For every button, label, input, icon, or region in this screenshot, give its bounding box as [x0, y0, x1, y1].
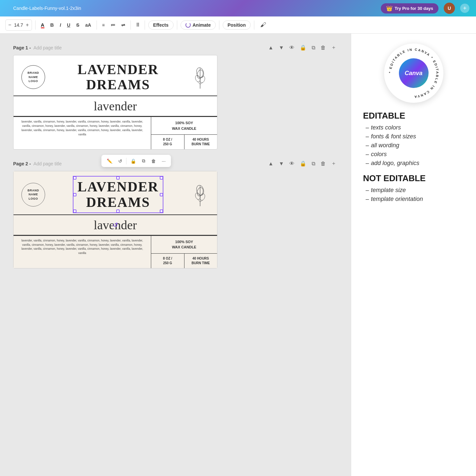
label-1-burn: 40 HOURS BURN TIME — [184, 135, 217, 149]
font-size-increase[interactable]: + — [25, 22, 29, 28]
font-size-value: 14.7 — [13, 22, 24, 28]
page-2-up-btn[interactable]: ▲ — [267, 160, 275, 167]
float-delete-btn[interactable]: 🗑 — [149, 157, 158, 165]
page-2-down-btn[interactable]: ▼ — [277, 160, 285, 167]
align-btn[interactable]: ≡ — [100, 21, 107, 29]
float-rotate-btn[interactable]: ↺ — [116, 157, 124, 165]
editable-section: EDITABLE texts colors fonts & font sizes… — [363, 111, 464, 167]
divider-6 — [219, 20, 219, 30]
indent-btn[interactable]: ⇌ — [119, 21, 127, 29]
top-header: Candle-Labels-Funny-vol.1-2x3in 👑 Try Pr… — [0, 0, 476, 16]
page-2-canvas[interactable]: ✏️ ↺ 🔒 ⧉ 🗑 ··· BRAND NAME LOGO — [13, 171, 217, 268]
label-1-candle-type: 100% SOY WAX CANDLE — [151, 117, 217, 135]
page-1-label: Page 1 - Add page title — [13, 45, 62, 50]
italic-btn[interactable]: I — [58, 21, 63, 29]
position-btn[interactable]: Position — [223, 20, 251, 30]
avatar[interactable]: U — [444, 3, 455, 14]
rotate-indicator: ↺ — [113, 221, 118, 229]
page-1-copy-btn[interactable]: ⧉ — [310, 44, 317, 51]
svg-line-13 — [200, 200, 203, 202]
label-2-oz: 8 OZ / 250 G — [151, 254, 184, 268]
case-btn[interactable]: aA — [83, 21, 93, 29]
page-1-up-btn[interactable]: ▲ — [267, 44, 275, 51]
strikethrough-btn[interactable]: S — [74, 21, 81, 29]
page-2-header: Page 2 - Add page title ▲ ▼ 👁 🔒 ⧉ 🗑 ＋ — [13, 159, 338, 168]
label-1-info: lavender, vanilla, cinnamon, honey, lave… — [14, 117, 217, 149]
pro-btn[interactable]: 👑 Try Pro for 30 days — [381, 3, 438, 14]
list-btn[interactable]: ≔ — [109, 21, 117, 29]
font-color-btn[interactable]: A — [39, 21, 46, 29]
page-1-down-btn[interactable]: ▼ — [277, 44, 285, 51]
editable-item-4: colors — [363, 151, 464, 158]
handle-bl[interactable] — [73, 210, 76, 213]
effects-btn[interactable]: Effects — [148, 20, 174, 30]
animate-btn[interactable]: Animate — [181, 20, 216, 30]
label-1-ingredients: lavender, vanilla, cinnamon, honey, lave… — [14, 117, 151, 149]
page-2-controls: ▲ ▼ 👁 🔒 ⧉ 🗑 ＋ — [267, 159, 338, 168]
handle-tl[interactable] — [73, 176, 76, 180]
botanical-icon-2 — [191, 183, 209, 206]
label-2-specs: 8 OZ / 250 G 40 HOURS BURN TIME — [151, 254, 217, 268]
float-divider-1 — [126, 158, 126, 164]
font-size-decrease[interactable]: − — [8, 22, 12, 28]
page-2-title-placeholder[interactable]: Add page title — [34, 161, 62, 166]
add-account-btn[interactable]: + — [460, 4, 469, 13]
float-lock-btn[interactable]: 🔒 — [128, 157, 138, 165]
bold-btn[interactable]: B — [48, 21, 56, 29]
page-1-lock-btn[interactable]: 🔒 — [298, 44, 308, 51]
canvas-area: Page 1 - Add page title ▲ ▼ 👁 🔒 ⧉ 🗑 ＋ — [0, 34, 351, 476]
handle-bm[interactable] — [116, 210, 120, 213]
handle-ml[interactable] — [73, 193, 76, 196]
page-2-eye-btn[interactable]: 👁 — [288, 160, 296, 167]
page-1-controls: ▲ ▼ 👁 🔒 ⧉ 🗑 ＋ — [267, 43, 338, 52]
page-2-copy-btn[interactable]: ⧉ — [310, 160, 317, 167]
divider-5 — [177, 20, 177, 30]
page-2-delete-btn[interactable]: 🗑 — [319, 160, 327, 167]
label-1-specs: 8 OZ / 250 G 40 HOURS BURN TIME — [151, 135, 217, 149]
canva-badge: Canva * EDITABLE IN CANVA * EDITABLE IN … — [384, 43, 443, 103]
label-2-title-wrapper[interactable]: LAVENDER DREAMS — [75, 178, 161, 211]
page-1-add-btn[interactable]: ＋ — [330, 43, 338, 52]
float-copy-btn[interactable]: ⧉ — [140, 157, 147, 165]
float-more-btn[interactable]: ··· — [160, 157, 168, 165]
label-2-burn: 40 HOURS BURN TIME — [184, 254, 217, 268]
handle-tr[interactable] — [160, 176, 163, 180]
divider-3 — [130, 20, 131, 30]
not-editable-list: template size template orientation — [363, 187, 464, 203]
file-name: Candle-Labels-Funny-vol.1-2x3in — [13, 6, 81, 11]
not-editable-item-2: template orientation — [363, 196, 464, 203]
brand-logo-2: BRAND NAME LOGO — [21, 183, 45, 207]
handle-mr[interactable] — [160, 193, 163, 196]
page-1-delete-btn[interactable]: 🗑 — [319, 44, 327, 51]
divider-2 — [97, 20, 97, 30]
underline-btn[interactable]: U — [65, 21, 72, 29]
page-2-add-btn[interactable]: ＋ — [330, 159, 338, 168]
page-1-header: Page 1 - Add page title ▲ ▼ 👁 🔒 ⧉ 🗑 ＋ — [13, 43, 338, 52]
divider-7 — [254, 20, 254, 30]
page-1-section: Page 1 - Add page title ▲ ▼ 👁 🔒 ⧉ 🗑 ＋ — [13, 43, 338, 150]
label-2-title[interactable]: LAVENDER DREAMS — [75, 178, 161, 211]
page-1-title-placeholder[interactable]: Add page title — [34, 45, 62, 50]
divider-1 — [35, 20, 36, 30]
handle-tm[interactable] — [116, 176, 120, 180]
editable-title: EDITABLE — [363, 111, 464, 121]
spacing-btn[interactable]: ⠿ — [134, 21, 141, 29]
not-editable-item-1: template size — [363, 187, 464, 194]
font-color-swatch — [41, 27, 44, 28]
paint-format-btn[interactable]: 🖌 — [258, 20, 269, 30]
label-2-ingredients: lavender, vanilla, cinnamon, honey, lave… — [14, 236, 151, 268]
label-1-inner: BRAND NAME LOGO LAVENDER DREAMS — [14, 55, 217, 149]
float-edit-btn[interactable]: ✏️ — [105, 157, 114, 165]
label-2-candle-type: 100% SOY WAX CANDLE — [151, 236, 217, 254]
label-1-title[interactable]: LAVENDER DREAMS — [77, 62, 158, 92]
floating-toolbar: ✏️ ↺ 🔒 ⧉ 🗑 ··· — [101, 155, 171, 167]
not-editable-section: NOT EDITABLE template size template orie… — [363, 173, 464, 203]
toolbar: − 14.7 + A B I U S aA ≡ ≔ ⇌ ⠿ Effects An… — [0, 16, 476, 34]
handle-br[interactable] — [160, 210, 163, 213]
label-2-right: 100% SOY WAX CANDLE 8 OZ / 250 G 40 HOUR… — [151, 236, 217, 268]
page-2-lock-btn[interactable]: 🔒 — [298, 160, 308, 167]
page-1-canvas[interactable]: BRAND NAME LOGO LAVENDER DREAMS — [13, 55, 217, 150]
label-2-info: lavender, vanilla, cinnamon, honey, lave… — [14, 236, 217, 268]
label-2-scent: lavender ↺ — [14, 215, 217, 236]
page-1-eye-btn[interactable]: 👁 — [288, 44, 296, 51]
